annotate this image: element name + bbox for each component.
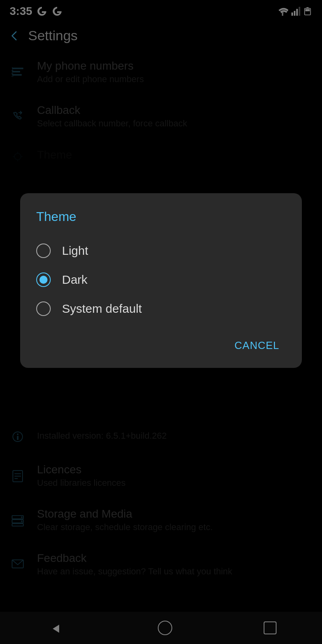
radio-system[interactable] xyxy=(36,301,51,316)
dialog-title: Theme xyxy=(36,209,286,224)
radio-light[interactable] xyxy=(36,244,51,258)
radio-dark-inner xyxy=(39,276,47,284)
theme-option-system[interactable]: System default xyxy=(36,294,286,323)
radio-system-label: System default xyxy=(62,302,142,316)
theme-option-light[interactable]: Light xyxy=(36,236,286,265)
theme-dialog: Theme Light Dark System default CANCEL xyxy=(20,193,302,368)
cancel-button[interactable]: CANCEL xyxy=(228,335,286,356)
radio-light-label: Light xyxy=(62,244,88,258)
theme-option-dark[interactable]: Dark xyxy=(36,265,286,294)
dialog-actions: CANCEL xyxy=(36,331,286,356)
radio-dark-label: Dark xyxy=(62,273,87,287)
radio-dark[interactable] xyxy=(36,272,51,287)
